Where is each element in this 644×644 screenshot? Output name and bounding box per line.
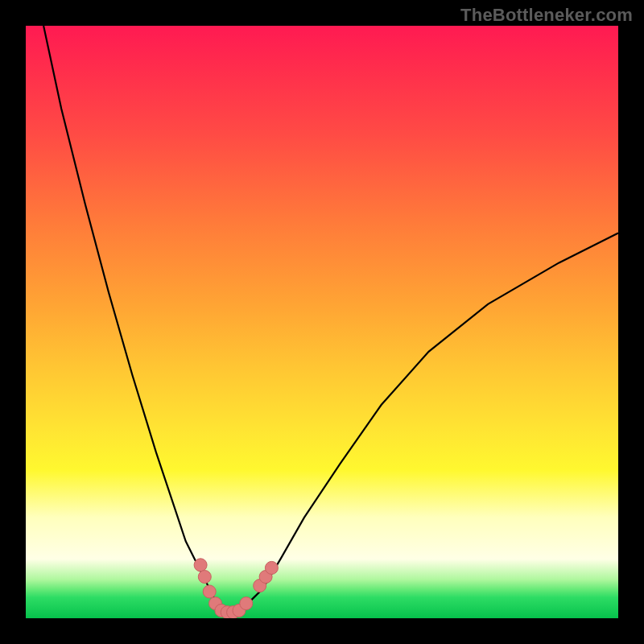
curve-marker: [198, 571, 211, 584]
curve-marker: [240, 597, 253, 610]
curve-marker: [203, 585, 216, 598]
curve-marker: [265, 561, 278, 574]
chart-frame: TheBottleneker.com: [0, 0, 644, 644]
curve-marker: [194, 559, 207, 572]
watermark-text: TheBottleneker.com: [460, 5, 633, 26]
bottleneck-curve-path: [43, 26, 618, 613]
curve-markers: [194, 559, 278, 618]
plot-area: [26, 26, 618, 618]
bottleneck-curve-svg: [26, 26, 618, 618]
